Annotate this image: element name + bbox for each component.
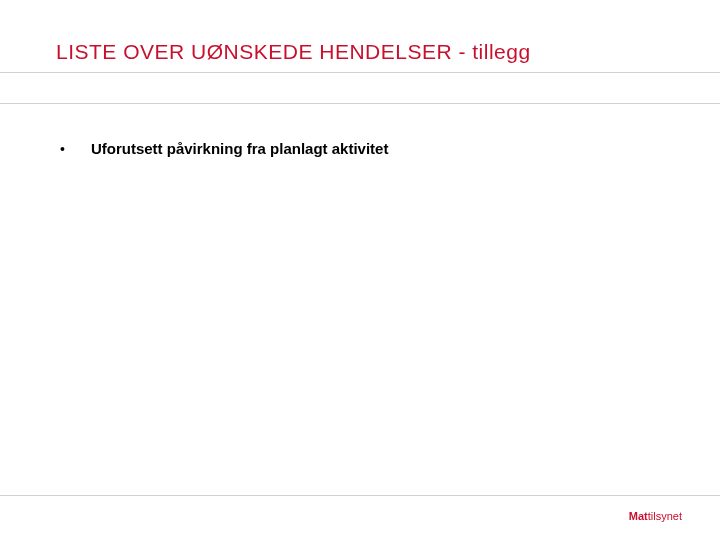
bullet-text: Uforutsett påvirkning fra planlagt aktiv…	[91, 140, 389, 157]
bullet-marker: •	[60, 141, 65, 157]
list-item: • Uforutsett påvirkning fra planlagt akt…	[60, 140, 388, 157]
divider	[0, 103, 720, 104]
slide: LISTE OVER UØNSKEDE HENDELSER - tillegg …	[0, 0, 720, 540]
brand-bold: Mat	[629, 510, 648, 522]
brand-light: tilsynet	[648, 510, 682, 522]
divider	[0, 495, 720, 496]
page-title: LISTE OVER UØNSKEDE HENDELSER - tillegg	[56, 40, 531, 64]
footer-logo: Mattilsynet	[629, 510, 682, 522]
divider	[0, 72, 720, 73]
